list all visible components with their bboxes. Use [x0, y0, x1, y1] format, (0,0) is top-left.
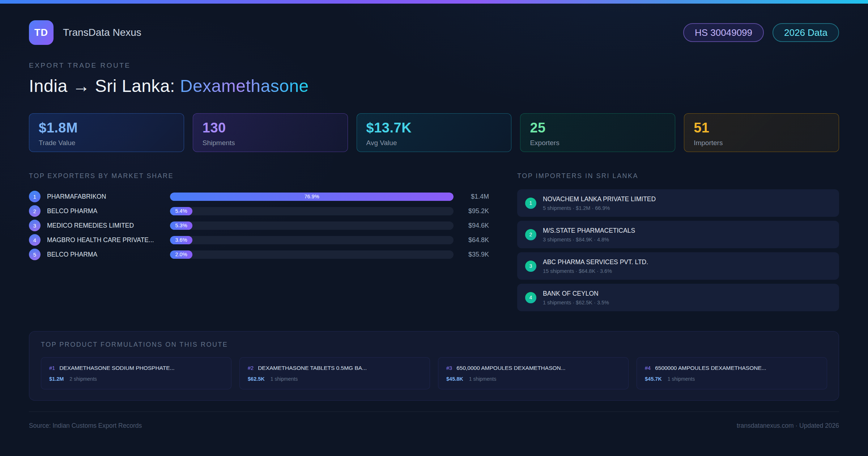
formulation-meta: $1.2M 2 shipments [49, 376, 223, 382]
formulation-rank: #4 [645, 365, 651, 371]
page-title: India → Sri Lanka: Dexamethasone [29, 76, 839, 96]
formulation-title: 650,0000 AMPOULES DEXAMETHASON... [456, 365, 566, 371]
market-share-bar-track: 5.3% [170, 221, 454, 230]
formulation-value: $1.2M [49, 376, 64, 382]
importer-meta: 1 shipments · $62.5K · 3.5% [543, 300, 609, 305]
importer-info: ABC PHARMA SERVICES PVT. LTD. 15 shipmen… [543, 258, 648, 274]
exporter-row: 1 PHARMAFABRIKON 76.9% $1.4M [29, 189, 489, 204]
brand-logo: TD [29, 20, 54, 45]
stat-label: Importers [694, 139, 829, 147]
exporter-row: 4 MAGBRO HEALTH CARE PRIVATE... 3.6% $64… [29, 233, 489, 247]
exporter-row: 2 BELCO PHARMA 5.4% $95.2K [29, 204, 489, 218]
formulation-rank: #1 [49, 365, 55, 371]
stat-card-importers: 51 Importers [684, 113, 839, 152]
formulation-shipments: 1 shipments [668, 376, 695, 382]
stat-card-exporters: 25 Exporters [520, 113, 675, 152]
rank-badge: 1 [29, 191, 41, 202]
formulation-meta: $45.8K 1 shipments [446, 376, 620, 382]
exporter-name: PHARMAFABRIKON [47, 193, 170, 200]
share-label: 76.9% [304, 194, 319, 199]
formulation-shipments: 1 shipments [469, 376, 496, 382]
exporter-row: 5 BELCO PHARMA 2.0% $35.9K [29, 247, 489, 262]
eyebrow-label: EXPORT TRADE ROUTE [29, 62, 839, 69]
exporter-name: MAGBRO HEALTH CARE PRIVATE... [47, 236, 170, 244]
share-label: 2.0% [175, 252, 187, 257]
exporter-row: 3 MEDICO REMEDIES LIMITED 5.3% $94.6K [29, 218, 489, 233]
stat-label: Shipments [203, 139, 338, 147]
importer-rank-badge: 2 [525, 229, 536, 240]
exporter-name: BELCO PHARMA [47, 207, 170, 215]
stat-cards: $1.8M Trade Value 130 Shipments $13.7K A… [29, 113, 839, 152]
stat-card-avg-value: $13.7K Avg Value [357, 113, 512, 152]
stat-card-shipments: 130 Shipments [193, 113, 348, 152]
importers-section: TOP IMPORTERS IN SRI LANKA 1 NOVACHEM LA… [517, 172, 839, 315]
formulation-meta: $62.5K 1 shipments [248, 376, 422, 382]
formulation-meta: $45.7K 1 shipments [645, 376, 819, 382]
rank-badge: 3 [29, 220, 41, 231]
formulation-card: #4 6500000 AMPOULES DEXAMETHASONE... $45… [637, 357, 827, 389]
stat-value: 130 [203, 120, 338, 136]
stat-label: Trade Value [39, 139, 174, 147]
market-share-bar: 5.3% [170, 221, 192, 230]
brand-name: TransData Nexus [63, 27, 141, 38]
exporters-section: TOP EXPORTERS BY MARKET SHARE 1 PHARMAFA… [29, 172, 489, 262]
exporter-name: BELCO PHARMA [47, 251, 170, 258]
formulation-title-row: #1 DEXAMETHASONE SODIUM PHOSPHATE... [49, 365, 223, 371]
importer-rank-badge: 1 [525, 198, 536, 209]
stat-value: $1.8M [39, 120, 174, 136]
header-chips: HS 30049099 2026 Data [683, 23, 839, 42]
top-gradient-bar [0, 0, 868, 4]
formulation-rank: #2 [248, 365, 254, 371]
formulation-card: #3 650,0000 AMPOULES DEXAMETHASON... $45… [438, 357, 629, 389]
footer: Source: Indian Customs Export Records tr… [29, 411, 839, 430]
exporter-name: MEDICO REMEDIES LIMITED [47, 222, 170, 229]
importer-card: 3 ABC PHARMA SERVICES PVT. LTD. 15 shipm… [517, 252, 839, 280]
formulation-card: #2 DEXAMETHASONE TABLETS 0.5MG BA... $62… [239, 357, 430, 389]
share-label: 3.6% [175, 237, 187, 243]
formulation-title: DEXAMETHASONE SODIUM PHOSPHATE... [59, 365, 174, 371]
formulation-rank: #3 [446, 365, 452, 371]
importer-rank-badge: 3 [525, 261, 536, 272]
importer-name: NOVACHEM LANKA PRIVATE LIMITED [543, 195, 656, 203]
route-title: India → Sri Lanka: [29, 76, 180, 96]
formulation-shipments: 2 shipments [69, 376, 97, 382]
rank-badge: 5 [29, 249, 41, 260]
importer-name: BANK OF CEYLON [543, 290, 609, 297]
header: TD TransData Nexus HS 30049099 2026 Data [29, 20, 839, 45]
importer-rank-badge: 4 [525, 292, 536, 303]
market-share-bar-track: 2.0% [170, 250, 454, 259]
share-label: 5.4% [175, 208, 187, 214]
brand: TD TransData Nexus [29, 20, 141, 45]
formulation-value: $62.5K [248, 376, 265, 382]
formulations-heading: TOP PRODUCT FORMULATIONS ON THIS ROUTE [41, 341, 827, 349]
page-container: TD TransData Nexus HS 30049099 2026 Data… [0, 20, 868, 430]
stat-label: Avg Value [366, 139, 502, 147]
formulation-cards: #1 DEXAMETHASONE SODIUM PHOSPHATE... $1.… [41, 357, 827, 389]
formulation-value: $45.8K [446, 376, 463, 382]
market-share-bar: 5.4% [170, 207, 192, 215]
importer-card: 1 NOVACHEM LANKA PRIVATE LIMITED 5 shipm… [517, 189, 839, 217]
importer-meta: 5 shipments · $1.2M · 66.9% [543, 205, 656, 211]
rank-badge: 4 [29, 234, 41, 246]
market-share-bar-track: 76.9% [170, 193, 454, 201]
importer-info: NOVACHEM LANKA PRIVATE LIMITED 5 shipmen… [543, 195, 656, 211]
product-title: Dexamethasone [180, 76, 309, 96]
formulation-shipments: 1 shipments [271, 376, 298, 382]
formulation-title-row: #3 650,0000 AMPOULES DEXAMETHASON... [446, 365, 620, 371]
stat-label: Exporters [530, 139, 665, 147]
stat-value: 25 [530, 120, 665, 136]
share-label: 5.3% [175, 223, 187, 228]
footer-site: transdatanexus.com · Updated 2026 [737, 422, 839, 430]
formulation-title: DEXAMETHASONE TABLETS 0.5MG BA... [258, 365, 367, 371]
stat-card-trade-value: $1.8M Trade Value [29, 113, 184, 152]
importer-meta: 3 shipments · $84.9K · 4.8% [543, 237, 635, 242]
hs-code-chip[interactable]: HS 30049099 [683, 23, 764, 42]
data-year-chip[interactable]: 2026 Data [773, 23, 839, 42]
footer-source: Source: Indian Customs Export Records [29, 422, 142, 430]
exporter-value: $1.4M [459, 193, 489, 200]
formulation-value: $45.7K [645, 376, 662, 382]
stat-value: 51 [694, 120, 829, 136]
market-share-bar: 2.0% [170, 250, 192, 259]
importer-card: 4 BANK OF CEYLON 1 shipments · $62.5K · … [517, 284, 839, 311]
exporters-heading: TOP EXPORTERS BY MARKET SHARE [29, 172, 489, 180]
